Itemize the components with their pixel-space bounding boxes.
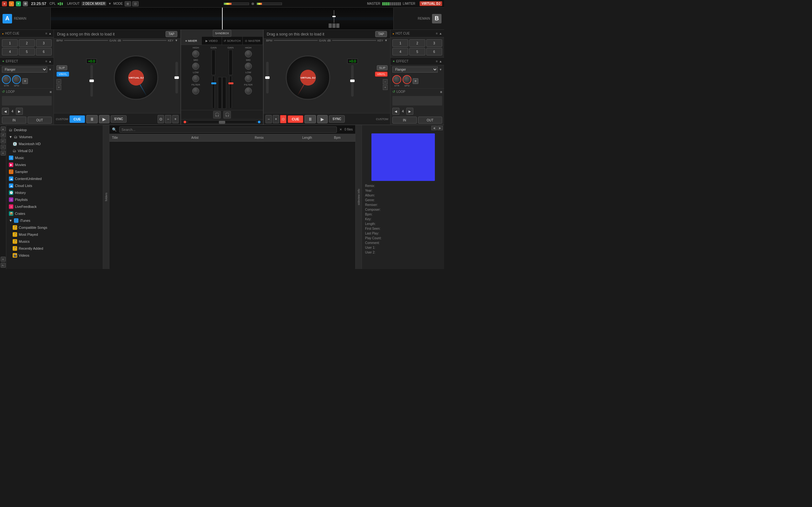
headphone-btn-b[interactable]: 🎧 — [223, 111, 231, 118]
pitch-slider-b[interactable] — [351, 65, 354, 97]
turntable-b[interactable]: VIRTUAL DJ — [286, 55, 330, 100]
high-knob-a[interactable] — [192, 50, 199, 57]
slip-btn-a[interactable]: SLIP — [56, 65, 67, 70]
hotcue-r-5[interactable]: 5 — [409, 48, 425, 55]
loop-slider-right[interactable] — [392, 96, 442, 106]
tap-btn-b[interactable]: TAP — [375, 31, 387, 37]
nav-itunes[interactable]: ▼ 🎵 iTunes — [6, 217, 103, 224]
spd-knob-r[interactable] — [403, 75, 411, 84]
low-knob-a[interactable] — [192, 75, 199, 82]
pitch-plus-btn-a[interactable]: + — [56, 85, 61, 90]
vinyl-mode-btn-a[interactable]: ⊙ — [158, 115, 164, 123]
nav-music[interactable]: ♫ Music — [6, 154, 103, 161]
nav-musics[interactable]: 🎵 Musics — [6, 238, 103, 245]
str-knob-r[interactable] — [392, 75, 401, 84]
effect-menu-right[interactable]: ≡ — [436, 60, 438, 63]
crossfader-track[interactable] — [188, 121, 257, 123]
pitch-slider-a-right[interactable] — [175, 62, 178, 94]
pitch-track-overlay[interactable] — [334, 10, 334, 23]
ch-fader-track-a[interactable] — [212, 76, 215, 109]
effect-menu-left[interactable]: ≡ — [45, 60, 47, 63]
loop-next-btn[interactable]: ▶ — [16, 108, 23, 115]
side-nav-plus[interactable]: + — [1, 145, 6, 150]
effect-add-btn-right[interactable]: + — [413, 78, 418, 84]
pause-btn-a[interactable]: ⏸ — [86, 115, 98, 123]
nav-cloud-lists[interactable]: ☁ Cloud Lists — [6, 182, 103, 189]
pm-minus-a[interactable]: − — [165, 115, 171, 123]
pm-plus-a[interactable]: + — [172, 115, 179, 123]
effect-collapse-right[interactable]: ▲ — [439, 60, 442, 63]
tab-scratch[interactable]: ↺ SCRATCH — [222, 37, 243, 45]
close-button[interactable]: × — [2, 1, 7, 6]
filter-knob-a[interactable] — [192, 88, 199, 95]
folders-toggle[interactable]: folders — [103, 125, 109, 269]
nav-desktop[interactable]: 🗂 Desktop — [6, 126, 103, 133]
col-bpm-header[interactable]: Bpm — [334, 136, 353, 139]
str-knob[interactable] — [2, 75, 11, 84]
hotcue-2[interactable]: 2 — [19, 39, 35, 47]
play-btn-b[interactable]: ▶ — [317, 115, 328, 123]
info-prev-btn[interactable]: ◀ — [432, 126, 437, 130]
tab-master[interactable]: ⊙ MASTER — [243, 37, 263, 45]
loop-menu-right[interactable]: ≡ — [440, 90, 442, 94]
clear-search-icon[interactable]: ✕ — [339, 128, 342, 131]
col-title-header[interactable]: Title — [112, 136, 191, 139]
effect-add-btn-left[interactable]: + — [22, 78, 28, 84]
nav-content-unlimited[interactable]: ☁ ContentUnlimited — [6, 175, 103, 182]
side-nav-up[interactable]: ▲ — [1, 126, 6, 131]
nav-virtualdj[interactable]: 🗂 Virtual DJ — [6, 147, 103, 154]
loop-menu-left[interactable]: ≡ — [50, 90, 52, 94]
maximize-button[interactable]: + — [16, 1, 21, 6]
nav-volumes[interactable]: ▼ 🗂 Volumes — [6, 133, 103, 140]
pm-minus-b[interactable]: − — [265, 115, 272, 123]
pitch-slider-a[interactable] — [90, 65, 93, 97]
tab-video[interactable]: ▶ VIDEO — [202, 37, 222, 45]
hotcue-r-6[interactable]: 6 — [426, 48, 442, 55]
sideview-toggle[interactable]: sideview info — [355, 125, 362, 269]
nav-livefeedback[interactable]: ♫ LiveFeedback — [6, 203, 103, 210]
nav-crates[interactable]: 📦 Crates — [6, 210, 103, 217]
mid-knob-b[interactable] — [245, 63, 252, 70]
nav-most-played[interactable]: 🎵 Most Played — [6, 231, 103, 238]
pm-plus-b[interactable]: + — [273, 115, 279, 123]
col-artist-header[interactable]: Artist — [191, 136, 255, 139]
search-input[interactable] — [119, 126, 337, 133]
vinyl-btn-a[interactable]: VINYL — [56, 72, 69, 77]
nav-sampler[interactable]: 🎵 Sampler — [6, 168, 103, 175]
pause-btn-b[interactable]: ⏸ — [305, 115, 316, 123]
waveform-display[interactable] — [51, 8, 393, 30]
gain-slider-a[interactable] — [122, 40, 166, 41]
side-nav-refresh[interactable]: ↺ — [1, 132, 6, 137]
mode-btn-1[interactable]: ⊞ — [125, 1, 131, 6]
slip-btn-b[interactable]: SLIP — [377, 65, 388, 70]
col-remix-header[interactable]: Remix — [255, 136, 302, 139]
tab-mixer[interactable]: ≡ MIXER — [181, 37, 202, 45]
hotcue-menu-icon[interactable]: ≡ — [45, 32, 47, 35]
hotcue-4[interactable]: 4 — [2, 48, 18, 55]
bpm-slider-a[interactable] — [64, 40, 108, 41]
nav-compatible-songs[interactable]: 🎵 Compatible Songs — [6, 224, 103, 231]
high-knob-b[interactable] — [245, 50, 252, 57]
sync-btn-a[interactable]: SYNC — [111, 115, 126, 123]
nav-recently-added[interactable]: 🎵 Recently Added — [6, 245, 103, 252]
side-nav-bottom-a2[interactable]: A- — [1, 263, 6, 268]
nav-movies[interactable]: ▶ Movies — [6, 161, 103, 168]
nav-playlists[interactable]: ♫ Playlists — [6, 196, 103, 203]
master-knob[interactable] — [252, 3, 254, 5]
hotcue-6[interactable]: 6 — [36, 48, 52, 55]
loop-slider-left[interactable] — [2, 96, 52, 106]
loop-prev-btn-r[interactable]: ◀ — [392, 108, 399, 115]
hotcue-collapse-right[interactable]: ▲ — [439, 32, 442, 35]
bpm-slider-b[interactable] — [274, 40, 318, 41]
spd-knob[interactable] — [12, 75, 21, 84]
mid-knob-a[interactable] — [192, 63, 199, 70]
effect-collapse-left[interactable]: ▲ — [49, 60, 52, 63]
out-btn-left[interactable]: OUT — [28, 117, 52, 124]
out-btn-right[interactable]: OUT — [418, 117, 443, 124]
ch-fader-track-b[interactable] — [229, 76, 232, 109]
hotcue-5[interactable]: 5 — [19, 48, 35, 55]
effect-dropdown-right[interactable]: Flanger — [392, 66, 438, 72]
side-nav-bottom-a[interactable]: A — [1, 257, 6, 262]
hotcue-1[interactable]: 1 — [2, 39, 18, 47]
side-nav-back[interactable]: ↩ — [1, 138, 6, 144]
